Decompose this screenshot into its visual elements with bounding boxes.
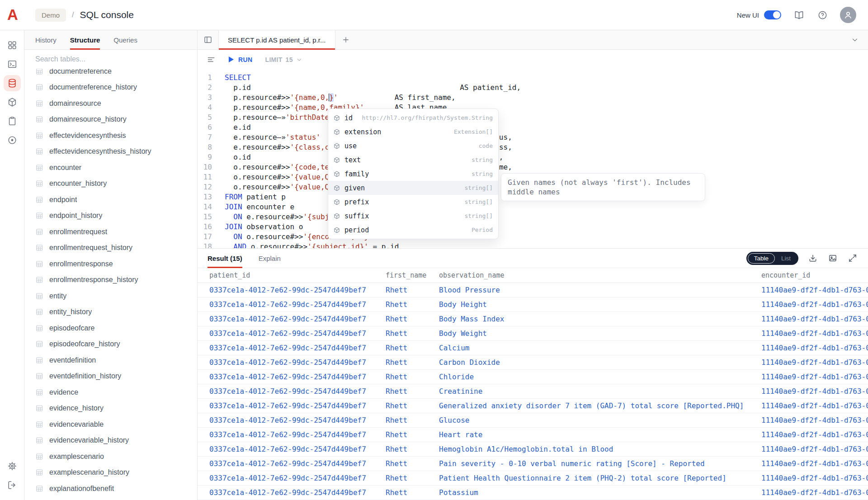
- help-icon[interactable]: [816, 9, 828, 21]
- table-list-item[interactable]: evidencevariable: [24, 416, 197, 433]
- table-list-toggle[interactable]: TableList: [746, 252, 798, 265]
- new-tab-plus-icon[interactable]: [335, 30, 356, 49]
- autocomplete-item[interactable]: familystring: [328, 167, 498, 181]
- result-cell[interactable]: 11140ae9-df2f-4db1-d763-0c: [761, 471, 868, 485]
- forms-icon[interactable]: [4, 113, 21, 129]
- api-icon[interactable]: [4, 132, 21, 148]
- result-cell[interactable]: Carbon Dioxide: [439, 355, 761, 369]
- table-list-item[interactable]: enrollmentresponse_history: [24, 272, 197, 288]
- result-cell[interactable]: Body Mass Index: [439, 311, 761, 326]
- result-cell[interactable]: Chloride: [439, 369, 761, 384]
- autocomplete-item[interactable]: extensionExtension[]: [328, 125, 498, 139]
- result-cell[interactable]: 0337ce1a-4012-7e62-99dc-2547d449bef7: [198, 311, 386, 326]
- sidebar-tab-structure[interactable]: Structure: [70, 30, 100, 49]
- result-cell[interactable]: 11140ae9-df2f-4db1-d763-0c: [761, 297, 868, 311]
- result-cell[interactable]: 11140ae9-df2f-4db1-d763-0c: [761, 456, 868, 471]
- result-cell[interactable]: Glucose: [439, 413, 761, 427]
- table-list-item[interactable]: encounter_history: [24, 176, 197, 192]
- result-cell[interactable]: Hemoglobin A1c/Hemoglobin.total in Blood: [439, 442, 761, 456]
- result-cell[interactable]: 11140ae9-df2f-4db1-d763-0c: [761, 369, 868, 384]
- table-list-item[interactable]: evidence_history: [24, 401, 197, 417]
- result-cell[interactable]: Body Height: [439, 297, 761, 311]
- dashboard-icon[interactable]: [4, 37, 21, 53]
- result-cell[interactable]: 0337ce1a-4012-7e62-99dc-2547d449bef7: [198, 297, 386, 311]
- sidebar-tab-queries[interactable]: Queries: [113, 30, 137, 49]
- format-sql-icon[interactable]: [207, 55, 216, 64]
- table-list-item[interactable]: evidence: [24, 384, 197, 401]
- editor-code[interactable]: SELECT p.id AS patient_id, p.resource#>>…: [216, 69, 868, 248]
- result-cell[interactable]: Rhett: [386, 369, 439, 384]
- result-cell[interactable]: Rhett: [386, 340, 439, 355]
- result-cell[interactable]: Blood Pressure: [439, 283, 761, 297]
- result-cell[interactable]: 11140ae9-df2f-4db1-d763-0c: [761, 442, 868, 456]
- table-list-item[interactable]: explanationofbenefit: [24, 481, 197, 497]
- result-cell[interactable]: 11140ae9-df2f-4db1-d763-0c: [761, 283, 868, 297]
- sidebar-tab-history[interactable]: History: [35, 30, 57, 49]
- result-cell[interactable]: Rhett: [386, 326, 439, 340]
- result-cell[interactable]: Creatinine: [439, 384, 761, 398]
- result-cell[interactable]: 0337ce1a-4012-7e62-99dc-2547d449bef7: [198, 442, 386, 456]
- table-list-item[interactable]: entity_history: [24, 304, 197, 321]
- result-cell[interactable]: 11140ae9-df2f-4db1-d763-0c: [761, 398, 868, 413]
- table-list-item[interactable]: enrollmentresponse: [24, 256, 197, 272]
- table-list-item[interactable]: entity: [24, 288, 197, 304]
- result-cell[interactable]: 0337ce1a-4012-7e62-99dc-2547d449bef7: [198, 485, 386, 500]
- result-cell[interactable]: Rhett: [386, 283, 439, 297]
- autocomplete-item[interactable]: givenstring[]: [328, 181, 498, 195]
- table-list-item[interactable]: encounter: [24, 160, 197, 176]
- result-cell[interactable]: 11140ae9-df2f-4db1-d763-0c: [761, 485, 868, 500]
- table-list-item[interactable]: eventdefinition: [24, 352, 197, 368]
- result-cell[interactable]: Rhett: [386, 442, 439, 456]
- autocomplete-item[interactable]: usecode: [328, 139, 498, 153]
- view-toggle-table[interactable]: Table: [748, 253, 775, 264]
- result-cell[interactable]: Rhett: [386, 427, 439, 442]
- expand-panel-icon[interactable]: [4, 477, 21, 493]
- export-image-icon[interactable]: [827, 253, 838, 264]
- table-list-item[interactable]: domainresource_history: [24, 112, 197, 128]
- table-list-item[interactable]: examplescenario_history: [24, 465, 197, 481]
- result-cell[interactable]: Generalized anxiety disorder 7 item (GAD…: [439, 398, 761, 413]
- result-cell[interactable]: 11140ae9-df2f-4db1-d763-0c: [761, 340, 868, 355]
- table-list-item[interactable]: endpoint: [24, 192, 197, 208]
- user-avatar[interactable]: [840, 7, 856, 23]
- result-cell[interactable]: Pain severity - 0-10 verbal numeric rati…: [439, 456, 761, 471]
- result-cell[interactable]: Rhett: [386, 355, 439, 369]
- rest-console-icon[interactable]: [4, 56, 21, 72]
- result-cell[interactable]: 11140ae9-df2f-4db1-d763-0c: [761, 355, 868, 369]
- download-icon[interactable]: [807, 253, 818, 264]
- result-cell[interactable]: Heart rate: [439, 427, 761, 442]
- collapse-sidebar-icon[interactable]: [198, 30, 218, 49]
- table-list-item[interactable]: examplescenario: [24, 448, 197, 465]
- tabstrip-chevron-icon[interactable]: [851, 30, 868, 49]
- result-cell[interactable]: Rhett: [386, 485, 439, 500]
- result-cell[interactable]: 0337ce1a-4012-7e62-99dc-2547d449bef7: [198, 326, 386, 340]
- result-cell[interactable]: 0337ce1a-4012-7e62-99dc-2547d449bef7: [198, 384, 386, 398]
- result-cell[interactable]: Potassium: [439, 485, 761, 500]
- result-cell[interactable]: Body Weight: [439, 326, 761, 340]
- result-cell[interactable]: Calcium: [439, 340, 761, 355]
- result-cell[interactable]: Rhett: [386, 413, 439, 427]
- expand-results-icon[interactable]: [847, 253, 858, 264]
- table-list-item[interactable]: documentreference_history: [24, 80, 197, 96]
- table-list-item[interactable]: effectevidencesynthesis: [24, 127, 197, 144]
- results-tab-explain[interactable]: Explain: [259, 249, 281, 268]
- result-cell[interactable]: 0337ce1a-4012-7e62-99dc-2547d449bef7: [198, 471, 386, 485]
- table-list-item[interactable]: domainresource: [24, 95, 197, 112]
- result-cell[interactable]: 11140ae9-df2f-4db1-d763-0c: [761, 326, 868, 340]
- autocomplete-item[interactable]: suffixstring[]: [328, 209, 498, 223]
- result-cell[interactable]: 0337ce1a-4012-7e62-99dc-2547d449bef7: [198, 456, 386, 471]
- settings-gear-icon[interactable]: [4, 458, 21, 474]
- result-cell[interactable]: 0337ce1a-4012-7e62-99dc-2547d449bef7: [198, 369, 386, 384]
- search-tables-input[interactable]: [35, 55, 186, 63]
- query-tab[interactable]: SELECT p.id AS patient_id, p.r...: [218, 30, 335, 49]
- result-cell[interactable]: 0337ce1a-4012-7e62-99dc-2547d449bef7: [198, 398, 386, 413]
- sql-editor[interactable]: 123456789101112131415161718 SELECT p.id …: [198, 69, 868, 248]
- table-list-item[interactable]: endpoint_history: [24, 208, 197, 224]
- run-button[interactable]: RUN: [228, 56, 253, 63]
- result-cell[interactable]: Rhett: [386, 398, 439, 413]
- table-list-item[interactable]: enrollmentrequest: [24, 224, 197, 240]
- result-cell[interactable]: 0337ce1a-4012-7e62-99dc-2547d449bef7: [198, 355, 386, 369]
- table-list-item[interactable]: eventdefinition_history: [24, 368, 197, 385]
- result-cell[interactable]: 0337ce1a-4012-7e62-99dc-2547d449bef7: [198, 427, 386, 442]
- result-cell[interactable]: 11140ae9-df2f-4db1-d763-0c: [761, 413, 868, 427]
